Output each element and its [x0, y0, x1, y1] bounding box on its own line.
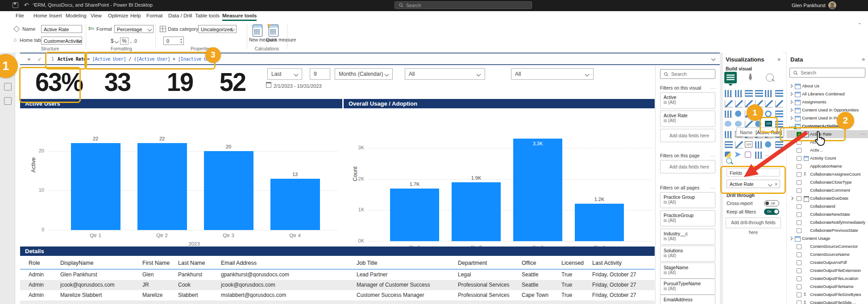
- kpi-value-3[interactable]: 19: [158, 68, 201, 98]
- decimal-places-stepper[interactable]: 0▲▼: [163, 37, 184, 45]
- viz-type-icon[interactable]: [735, 152, 741, 157]
- data-field-item-collaborateclosetype[interactable]: CollaborateCloseType: [787, 178, 868, 186]
- viz-type-icon[interactable]: [735, 111, 741, 117]
- checkbox[interactable]: [797, 284, 802, 289]
- data-table-item-about-us[interactable]: About Us: [787, 82, 868, 90]
- data-field-item-collaboratepreviousstate[interactable]: CollaboratePreviousState: [787, 226, 868, 234]
- more-options-icon[interactable]: ...: [710, 152, 716, 157]
- viz-type-icon[interactable]: [745, 121, 753, 128]
- data-field-item-createoutputfileslide-[interactable]: ΣCreateOutputFileSlide…: [787, 299, 868, 304]
- viz-type-icon[interactable]: [755, 90, 763, 97]
- expand--icon[interactable]: [789, 84, 793, 88]
- expand--icon[interactable]: [789, 100, 793, 104]
- table-row[interactable]: Adminjcook@qorusdocs.comJRCookjcook@qoru…: [20, 280, 655, 290]
- checkbox[interactable]: [797, 228, 802, 233]
- data-field-item-collaborateid[interactable]: CollaborateId: [787, 202, 868, 210]
- add-drill-through-fields-dropzone[interactable]: Add drill-through fields here: [726, 218, 781, 228]
- filter-card-solutions[interactable]: Solutionsis (All): [660, 246, 715, 262]
- checkbox[interactable]: [797, 172, 802, 177]
- bar-qtr-1[interactable]: [71, 143, 120, 230]
- data-search-input[interactable]: Search: [789, 68, 865, 78]
- checkbox[interactable]: [797, 292, 802, 297]
- column-header-email-address[interactable]: Email Address: [221, 260, 350, 267]
- checkbox[interactable]: [797, 276, 802, 281]
- filter-card-stagename[interactable]: StageNameis (All): [660, 263, 715, 279]
- expand--icon[interactable]: [789, 237, 793, 240]
- bar-qtr-2[interactable]: [452, 182, 501, 241]
- checkbox[interactable]: [797, 164, 802, 169]
- bar-qtr-3[interactable]: [513, 139, 562, 241]
- filter-card-emailaddress[interactable]: EmailAddress: [660, 295, 715, 304]
- add-data-fields-dropzone[interactable]: Add data fields here: [660, 160, 715, 173]
- filter-card-industry-c[interactable]: Industry__cis (All): [660, 229, 715, 245]
- expand--icon[interactable]: [789, 108, 793, 112]
- more-options-icon[interactable]: ...: [710, 184, 716, 189]
- viz-type-icon[interactable]: [725, 111, 732, 118]
- bar-qtr-4[interactable]: [270, 179, 320, 230]
- kpi-value-2[interactable]: 33: [96, 68, 139, 98]
- relative-date-mode-select[interactable]: Last: [267, 68, 302, 80]
- checkbox[interactable]: [797, 204, 802, 209]
- keep-all-filters-toggle[interactable]: On: [764, 209, 779, 215]
- ribbon-tab-home[interactable]: Home: [33, 13, 47, 18]
- checkbox[interactable]: [797, 188, 802, 193]
- commit-formula-icon[interactable]: ✓: [38, 56, 41, 62]
- bar-qtr-1[interactable]: [390, 189, 439, 241]
- data-field-item-createoutputfilelocation[interactable]: CreateOutputFileLocation: [787, 275, 868, 283]
- viz-type-icon[interactable]: [725, 121, 731, 127]
- search-icon[interactable]: [726, 158, 732, 164]
- viz-type-icon[interactable]: [765, 100, 773, 107]
- checkbox[interactable]: [797, 244, 802, 249]
- undo-icon[interactable]: ↶: [23, 2, 29, 8]
- column-header-department[interactable]: Department: [458, 260, 518, 267]
- viz-type-icon[interactable]: [735, 100, 743, 107]
- data-table-item-content-used-in-opportunities[interactable]: Content Used in Opportunities: [787, 106, 868, 114]
- data-field-item-createoutputfilesizebytes[interactable]: ΣCreateOutputFileSizeBytes: [787, 291, 868, 299]
- more-options-icon[interactable]: ...: [710, 84, 716, 90]
- viz-type-icon[interactable]: [775, 100, 783, 107]
- viz-type-icon[interactable]: [745, 152, 751, 158]
- signed-in-user[interactable]: Glen Pankhurst: [792, 3, 826, 8]
- table-row[interactable]: AdminMarelize SlabbertMarelizeSlabbertms…: [20, 290, 655, 300]
- viz-type-icon[interactable]: [765, 141, 771, 148]
- model-view-icon[interactable]: [4, 97, 12, 105]
- checkbox[interactable]: [797, 148, 802, 153]
- expand--icon[interactable]: [790, 197, 793, 200]
- home-table-select[interactable]: CustomerActivities: [41, 37, 82, 45]
- checkbox[interactable]: [797, 300, 802, 304]
- ribbon-tab-modeling[interactable]: Modeling: [66, 13, 87, 18]
- checkbox[interactable]: [797, 220, 802, 225]
- filter-card-pursuittypename[interactable]: PursuitTypeNameis (All): [660, 279, 715, 295]
- data-field-item-createoutputfileextension[interactable]: CreateOutputFileExtension: [787, 267, 868, 275]
- filter-card-active-rate[interactable]: Active Rateis (All): [660, 111, 715, 127]
- table-view-icon[interactable]: [4, 83, 12, 90]
- ribbon-tab-file[interactable]: File: [16, 13, 24, 18]
- ribbon-tab-optimize[interactable]: Optimize: [108, 13, 128, 18]
- expand--icon[interactable]: [789, 92, 793, 96]
- viz-type-icon[interactable]: [735, 90, 743, 97]
- checkbox[interactable]: [797, 196, 802, 201]
- user-avatar[interactable]: [828, 1, 836, 9]
- ribbon-tab-data-drill[interactable]: Data / Drill: [168, 13, 192, 18]
- data-table-item-assignments[interactable]: Assignments: [787, 98, 868, 106]
- more-options-icon[interactable]: ...: [861, 131, 866, 136]
- data-field-item-collaboratenewstate[interactable]: CollaborateNewState: [787, 210, 868, 218]
- viz-type-icon[interactable]: 123: [745, 141, 752, 148]
- column-header-last-activity[interactable]: Last Activity: [592, 260, 654, 267]
- ribbon-tab-format[interactable]: Format: [146, 13, 162, 18]
- global-search-input[interactable]: Search: [395, 1, 532, 9]
- filter-card-practicegroup[interactable]: PracticeGroupis (All): [660, 210, 715, 226]
- ribbon-tab-view[interactable]: View: [91, 13, 102, 18]
- data-field-item-collaboratenotifyimmediately[interactable]: CollaborateNotifyImmediately: [787, 218, 868, 226]
- bar-qtr-3[interactable]: [204, 151, 253, 230]
- collapse-ribbon-icon[interactable]: ⌃: [858, 22, 861, 27]
- data-field-item-collaboratecomment[interactable]: CollaborateComment: [787, 186, 868, 194]
- data-field-item-createoutputaspdf[interactable]: CreateOutputAsPdf: [787, 259, 868, 267]
- data-field-item-activity-count[interactable]: Activity Count: [787, 154, 868, 162]
- viz-type-icon[interactable]: [755, 152, 763, 159]
- viz-type-icon[interactable]: [725, 100, 733, 107]
- ribbon-tab-table-tools[interactable]: Table tools: [195, 13, 220, 18]
- quick-measure-button[interactable]: Quick measure: [266, 37, 284, 42]
- viz-type-icon[interactable]: [735, 121, 742, 127]
- column-header-office[interactable]: Office: [522, 260, 557, 267]
